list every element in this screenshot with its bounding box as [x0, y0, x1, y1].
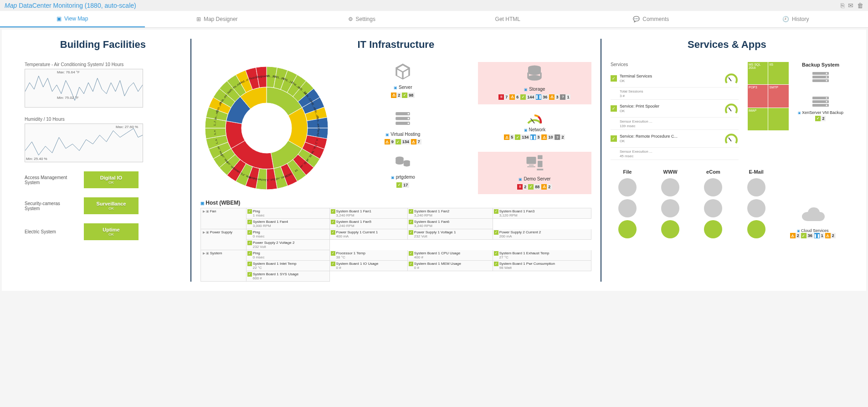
check-icon: ✓: [247, 241, 252, 245]
light-yellow: [747, 199, 765, 217]
status-box[interactable]: Digital IOOK: [84, 171, 139, 188]
svg-point-70: [826, 101, 827, 103]
temp-chart[interactable]: Max: 76.64 °F Min: 75.02 °F: [25, 69, 143, 108]
status-box[interactable]: SurveillanceOK: [84, 197, 139, 214]
treemap-cell[interactable]: MS SQL 2016: [748, 62, 768, 84]
sensor-cell[interactable]: ✓System Board 1 Inlet Temp22 °C: [246, 261, 329, 271]
tab-settings[interactable]: ⚙Settings: [289, 11, 434, 27]
temp-chart-label: Temperature - Air Conditioning System/ 1…: [25, 62, 181, 67]
sensor-cell[interactable]: ✓System Board 1 Fan43,000 RPM: [246, 219, 329, 229]
check-icon: ✓: [331, 220, 335, 224]
traffic-light-file[interactable]: File: [618, 169, 637, 238]
host-category[interactable]: Power Supply: [200, 229, 246, 250]
status-badge: ?2: [555, 134, 565, 140]
service-item[interactable]: ✓ Service: Remote Procedure C...OK: [611, 130, 739, 148]
sensor-cell[interactable]: [329, 240, 407, 250]
map-label: Map: [5, 2, 17, 9]
treemap-cell[interactable]: IIS: [768, 62, 789, 84]
cloud-services[interactable]: Cloud Services ⚠2✓36❚❚1⚠2: [790, 169, 836, 238]
humidity-chart[interactable]: Max: 27.60 % Min: 25.40 %: [25, 124, 143, 162]
svg-point-71: [826, 105, 827, 106]
badges: ‼7⚠6✓144❚❚36⚠3?1: [498, 94, 570, 100]
status-badge: ‼7: [498, 94, 509, 100]
status-badge: ❚❚36: [536, 94, 549, 100]
sensor-cell[interactable]: ✓Ping0 msec: [246, 250, 329, 261]
host-category[interactable]: System: [200, 250, 246, 282]
sensor-cell[interactable]: [493, 219, 591, 229]
sensor-cell[interactable]: ✓System Board 1 Fan13,240 RPM: [329, 208, 407, 219]
sensor-cell[interactable]: ✓System Board 1 Fan33,120 RPM: [493, 208, 591, 219]
it-item-label: prtgdemo: [346, 175, 460, 180]
it-item-virtual-hosting[interactable]: Virtual Hosting ⚠9✓134⚠7: [346, 109, 460, 148]
service-item[interactable]: ✓ Service: Print SpoolerOK: [611, 100, 739, 118]
status-badge: ✓36: [801, 233, 814, 238]
treemap-cell[interactable]: [768, 108, 789, 130]
status-badge: ‼2: [517, 184, 528, 190]
tab-comments[interactable]: 💬Comments: [579, 11, 724, 27]
sensor-cell[interactable]: [407, 271, 493, 282]
svg-point-42: [408, 118, 410, 119]
tab-history[interactable]: 🕘History: [724, 11, 868, 27]
light-red: [618, 178, 637, 196]
tab-view-map[interactable]: ▣View Map: [0, 11, 145, 27]
it-item-demo-server[interactable]: Demo Server ‼2✓88⚠2: [478, 152, 591, 194]
tab-map-designer[interactable]: ⊞Map Designer: [145, 11, 290, 27]
gauge-icon: [724, 131, 739, 146]
facility-label: Security-cameras System: [25, 201, 75, 211]
sensor-cell[interactable]: ✓System Board 1 Fan63,240 RPM: [407, 219, 493, 229]
sensor-cell[interactable]: ✓System Board 1 Pwr Consumption98 Watt: [493, 261, 591, 271]
sensor-cell[interactable]: ✓System Board 1 Fan53,240 RPM: [329, 219, 407, 229]
sensor-cell[interactable]: [407, 240, 493, 250]
it-item-prtgdemo[interactable]: prtgdemo ✓17: [346, 152, 460, 194]
light-yellow: [704, 199, 722, 217]
treemap-cell[interactable]: IMAP: [748, 108, 768, 130]
sensor-cell[interactable]: ✓Processor 1 Temp38 °C: [329, 250, 407, 261]
mail-icon[interactable]: ✉: [848, 2, 853, 9]
it-item-server[interactable]: Server ⚠2✓98: [346, 62, 460, 104]
sensor-cell[interactable]: ✓System Board 1 Exhaust Temp27 °C: [493, 250, 591, 261]
sensor-cell[interactable]: ✓Power Supply 2 Voltage 2232 Volt: [246, 240, 329, 250]
sensor-cell[interactable]: ✓System Board 1 MEM Usage0 #: [407, 261, 493, 271]
light-yellow: [618, 199, 637, 217]
sensor-cell[interactable]: [329, 271, 407, 282]
sensor-cell[interactable]: ✓Ping0 msec: [246, 229, 329, 240]
status-box[interactable]: UptimeOK: [84, 223, 139, 240]
sensor-cell[interactable]: ✓System Board 1 IO Usage0 #: [329, 261, 407, 271]
it-item-label: Storage: [480, 87, 590, 92]
sensor-cell[interactable]: ✓Power Supply 2 Current 2200 mA: [493, 229, 591, 240]
sensor-cell[interactable]: [493, 240, 591, 250]
treemap-cell[interactable]: SMTP: [768, 85, 789, 107]
traffic-light-e-mail[interactable]: E-Mail: [747, 169, 765, 238]
sensor-cell[interactable]: ✓System Board 1 Fan23,240 RPM: [407, 208, 493, 219]
treemap[interactable]: MS SQL 2016IISPOP3SMTPIMAP: [748, 62, 789, 130]
service-item[interactable]: ✓ Terminal ServicesOK: [611, 70, 739, 88]
check-icon: ✓: [247, 251, 252, 256]
status-badge: ✓88: [528, 184, 541, 190]
sensor-cell[interactable]: [493, 271, 591, 282]
check-icon: ✓: [331, 251, 335, 256]
host-category[interactable]: Fan: [200, 208, 246, 229]
sunburst-chart[interactable]: AWS...1 AUAWS...1 DEAWS...1 USFFM...alth…: [200, 62, 333, 194]
it-item-storage[interactable]: Storage ‼7⚠6✓144❚❚36⚠3?1: [478, 62, 591, 104]
gauge-icon: [724, 101, 739, 116]
sensor-cell[interactable]: ✓Power Supply 1 Current 1400 mA: [329, 229, 407, 240]
status-badge: ⚠9: [385, 139, 395, 144]
treemap-cell[interactable]: POP3: [748, 85, 768, 107]
svg-point-50: [404, 164, 410, 166]
sensor-cell[interactable]: ✓Ping1 msec: [246, 208, 329, 219]
host-section: Host (WBEM) Fan✓Ping1 msec✓System Board …: [200, 200, 591, 282]
check-icon: ✓: [409, 262, 413, 266]
traffic-light-www[interactable]: WWW: [661, 169, 679, 238]
sensor-cell[interactable]: ✓System Board 1 CPU Usage400 #: [407, 250, 493, 261]
it-item-network[interactable]: Network ⚠5✓134❚❚3⚠10?2: [478, 109, 591, 148]
sensor-cell[interactable]: ✓Power Supply 1 Voltage 1232 Volt: [407, 229, 493, 240]
tab-get-html[interactable]: Get HTML: [434, 11, 579, 27]
svg-text:s..n: s..n: [213, 130, 216, 135]
svg-text:1...f: 1...f: [213, 121, 216, 126]
export-icon[interactable]: ⎘: [841, 2, 844, 9]
tab-bar: ▣View Map⊞Map Designer⚙SettingsGet HTML💬…: [0, 11, 868, 28]
delete-icon[interactable]: 🗑: [857, 2, 863, 9]
facility-row: Access Management System Digital IOOK: [25, 171, 181, 188]
traffic-light-ecom[interactable]: eCom: [704, 169, 722, 238]
sensor-cell[interactable]: ✓System Board 1 SYS Usage600 #: [246, 271, 329, 282]
